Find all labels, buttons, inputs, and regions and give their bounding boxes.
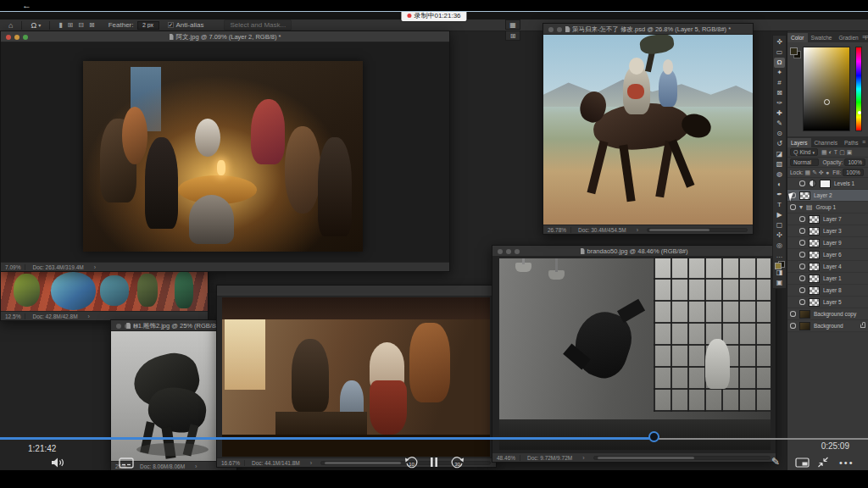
layer-visibility-eye-icon[interactable]: [799, 287, 805, 293]
feather-input[interactable]: [137, 21, 159, 30]
tab-layers[interactable]: Layers: [787, 138, 811, 147]
rewind-10-button[interactable]: 10: [404, 456, 419, 469]
saturation-brightness-field[interactable]: [803, 47, 850, 131]
layer-name[interactable]: Background: [814, 323, 843, 329]
zoom-level[interactable]: 7.09%: [1, 264, 25, 270]
layer-name[interactable]: Layer 3: [823, 228, 842, 234]
status-chevron-icon[interactable]: ›: [91, 264, 99, 270]
layer-row-layer-6[interactable]: Layer 6: [787, 249, 868, 261]
layer-thumbnail[interactable]: [809, 239, 820, 247]
layer-name[interactable]: Background copy: [814, 311, 856, 317]
pause-button[interactable]: [430, 457, 438, 468]
document-window-smith[interactable]: 16.67% Doc: 44.1M/141.8M ›: [216, 285, 497, 468]
select-and-mask-button[interactable]: Select and Mask...: [224, 19, 292, 30]
intersect-selection-mode[interactable]: ⊠: [89, 21, 95, 29]
seek-bar[interactable]: [0, 437, 868, 440]
collapsed-panel-grid-icon[interactable]: ▦: [505, 19, 520, 30]
quick-selection-tool[interactable]: ✦: [774, 68, 785, 78]
picture-in-picture-icon[interactable]: [795, 458, 810, 468]
rectangle-tool[interactable]: ▢: [774, 220, 785, 230]
opacity-value[interactable]: 100%: [844, 158, 865, 166]
more-options-icon[interactable]: •••: [839, 458, 854, 468]
edit-toolbar[interactable]: …: [774, 251, 785, 261]
move-tool[interactable]: ✜: [774, 37, 785, 47]
home-icon[interactable]: ⌂: [8, 21, 13, 30]
zoom-level[interactable]: 26.78%: [543, 227, 571, 233]
lock-position-icon[interactable]: ✜: [819, 169, 824, 176]
layer-visibility-eye-icon[interactable]: [799, 275, 805, 281]
screen-mode-button[interactable]: ▣: [774, 278, 785, 288]
panel-menu-icon[interactable]: ≡: [862, 34, 865, 40]
document-window-tavern[interactable]: 阿文.jpg @ 7.09% (Layer 2, RGB/8) *: [0, 30, 450, 272]
dodge-tool[interactable]: ◐: [774, 180, 785, 190]
layer-visibility-eye-icon[interactable]: [799, 299, 805, 305]
layer-row-layer-7[interactable]: Layer 7: [787, 214, 868, 225]
edit-pencil-icon[interactable]: ✎: [771, 456, 780, 468]
layer-name[interactable]: Layer 4: [823, 263, 842, 269]
canvas-strip[interactable]: [1, 269, 208, 311]
group-collapse-arrow-icon[interactable]: ▾: [799, 203, 803, 211]
window-titlebar[interactable]: [217, 286, 496, 297]
document-window-rider[interactable]: 策马归来-怎不了 修改.psd @ 26.8% (Layer 5, RGB/8#…: [542, 23, 754, 235]
panel-menu-icon[interactable]: ≡: [862, 139, 865, 145]
history-brush-tool[interactable]: ↺: [774, 139, 785, 149]
tab-channels[interactable]: Channels: [811, 138, 841, 147]
forward-30-button[interactable]: 30: [450, 456, 465, 469]
frame-tool[interactable]: ⊠: [774, 88, 785, 98]
lock-transparency-icon[interactable]: ▦: [805, 169, 811, 176]
layer-visibility-eye-icon[interactable]: [799, 240, 805, 246]
collapsed-panel-arrange-icon[interactable]: ⊞: [505, 30, 520, 41]
layer-visibility-eye-icon[interactable]: [799, 252, 805, 258]
anti-alias-checkbox[interactable]: ✓ Anti-alias: [168, 21, 204, 29]
window-titlebar[interactable]: brandao50.jpg @ 48.46% (RGB/8#): [492, 246, 776, 257]
canvas-tavern[interactable]: [1, 42, 449, 262]
filter-pixel-layers-icon[interactable]: ▦: [821, 149, 827, 156]
type-tool[interactable]: T: [774, 200, 785, 210]
window-titlebar[interactable]: 阿文.jpg @ 7.09% (Layer 2, RGB/8) *: [1, 31, 449, 42]
marquee-tool[interactable]: ▭: [774, 47, 785, 58]
tab-color[interactable]: Color: [787, 33, 808, 42]
layer-name[interactable]: Layer 8: [823, 287, 842, 293]
layer-row-background[interactable]: Background: [787, 320, 868, 332]
layer-thumbnail[interactable]: [799, 191, 810, 200]
layer-name[interactable]: Layer 6: [823, 252, 842, 258]
zoom-level[interactable]: 12.5%: [1, 313, 25, 319]
exit-fullscreen-icon[interactable]: [817, 457, 829, 468]
layer-row-layer-1[interactable]: Layer 1: [787, 273, 868, 285]
layer-thumbnail[interactable]: [809, 274, 820, 283]
add-selection-mode[interactable]: ⊞: [68, 21, 74, 29]
fill-value[interactable]: 100%: [843, 169, 864, 176]
status-chevron-icon[interactable]: ›: [579, 455, 587, 461]
clone-stamp-tool[interactable]: ⊙: [774, 129, 785, 139]
filter-adjustment-layers-icon[interactable]: ◐: [829, 149, 832, 156]
layer-name[interactable]: Layer 2: [814, 192, 832, 198]
eraser-tool[interactable]: ◪: [774, 149, 785, 159]
filter-smart-objects-icon[interactable]: ▣: [847, 149, 853, 156]
zoom-level[interactable]: 48.46%: [492, 455, 520, 461]
filter-shape-layers-icon[interactable]: ▢: [839, 149, 845, 156]
layer-row-layer-3[interactable]: Layer 3: [787, 225, 868, 237]
layer-thumbnail[interactable]: [809, 298, 820, 307]
eyedropper-tool[interactable]: ✑: [774, 98, 785, 108]
tab-paths[interactable]: Paths: [841, 138, 862, 147]
horizontal-scrollbar[interactable]: [593, 456, 771, 460]
status-chevron-icon[interactable]: ›: [307, 460, 315, 466]
layer-name[interactable]: Layer 5: [823, 299, 842, 305]
layer-name[interactable]: Layer 1: [823, 275, 842, 281]
status-chevron-icon[interactable]: ›: [192, 463, 200, 469]
status-chevron-icon[interactable]: ›: [85, 313, 93, 319]
layer-row-group-1[interactable]: ▾▤Group 1: [787, 202, 868, 214]
new-selection-mode[interactable]: ▮: [58, 21, 62, 29]
layer-name[interactable]: Layer 7: [823, 216, 842, 222]
layer-name[interactable]: Levels 1: [834, 180, 854, 186]
filter-type-layers-icon[interactable]: T: [834, 149, 837, 156]
layer-thumbnail[interactable]: [799, 310, 810, 319]
layer-thumbnail[interactable]: [809, 227, 820, 236]
layer-visibility-eye-icon[interactable]: [790, 311, 796, 317]
zoom-level[interactable]: 16.67%: [217, 460, 245, 466]
foreground-color[interactable]: [775, 263, 782, 269]
lock-pixels-icon[interactable]: ✎: [812, 169, 817, 176]
layer-row-layer-4[interactable]: Layer 4: [787, 261, 868, 273]
healing-brush-tool[interactable]: ✚: [774, 108, 785, 119]
tab-gradien[interactable]: Gradien: [835, 33, 861, 42]
